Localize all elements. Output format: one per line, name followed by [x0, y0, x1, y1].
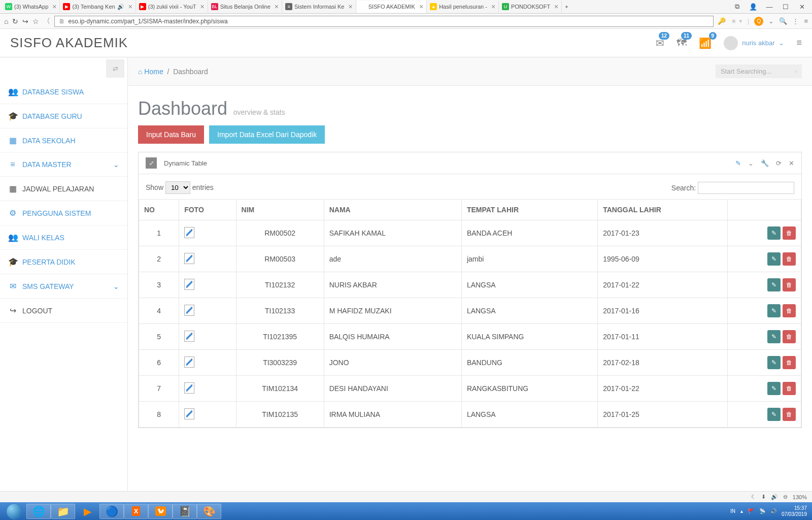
- reload-icon[interactable]: ↻: [12, 17, 18, 25]
- sidebar-item[interactable]: 🎓DATABASE GURU: [0, 104, 127, 128]
- entries-select[interactable]: 10: [165, 181, 190, 194]
- new-tab-icon[interactable]: +: [565, 4, 568, 10]
- minimize-icon[interactable]: —: [763, 3, 775, 11]
- tab-close-icon[interactable]: ×: [275, 3, 279, 11]
- url-input[interactable]: 🗎 eso.ip-dynamic.com/part_1/SISMA-master…: [54, 16, 714, 27]
- download-icon[interactable]: ⬇: [761, 494, 766, 500]
- user-menu[interactable]: nuris akbar ⌄: [724, 36, 784, 50]
- tab-close-icon[interactable]: ×: [491, 3, 495, 11]
- maximize-icon[interactable]: ☐: [780, 3, 792, 11]
- breadcrumb-home[interactable]: Home: [144, 68, 163, 76]
- column-header[interactable]: TANGGAL LAHIR: [598, 200, 728, 220]
- import-excel-button[interactable]: Import Data Excel Dari Dapodik: [209, 125, 325, 144]
- forward-icon[interactable]: ↪: [22, 17, 28, 25]
- cell-tanggal: 2017-01-11: [598, 324, 728, 350]
- sidebar-item[interactable]: ⚙PENGGUNA SISTEM: [0, 201, 127, 225]
- sidebar-item[interactable]: ✉SMS GATEWAY⌄: [0, 274, 127, 299]
- tab-close-icon[interactable]: ×: [52, 3, 56, 11]
- browser-tab[interactable]: BLSitus Belanja Online×: [208, 1, 282, 13]
- cell-foto: [179, 272, 236, 298]
- search-dropdown-icon[interactable]: ⌄: [768, 17, 774, 25]
- browser-tab[interactable]: UPONDOKSOFT×: [499, 1, 562, 13]
- delete-button[interactable]: 🗑: [783, 408, 796, 421]
- edit-button[interactable]: ✎: [767, 356, 781, 369]
- bookmark-star-icon[interactable]: ★ ▾: [731, 17, 742, 25]
- edit-button[interactable]: ✎: [767, 408, 781, 421]
- tab-close-icon[interactable]: ×: [554, 3, 558, 11]
- edit-button[interactable]: ✎: [767, 304, 781, 317]
- panel-edit-icon[interactable]: ✎: [735, 159, 741, 167]
- cell-tanggal: 2017-01-22: [598, 376, 728, 402]
- edit-button[interactable]: ✎: [767, 252, 781, 266]
- column-header[interactable]: NIM: [236, 200, 324, 220]
- volume-icon[interactable]: 🔊: [771, 494, 778, 500]
- map-icon[interactable]: 🗺11: [676, 37, 687, 49]
- search-engine-icon[interactable]: Q: [754, 17, 763, 26]
- edit-button[interactable]: ✎: [767, 226, 781, 240]
- cell-foto: [179, 402, 236, 428]
- key-icon[interactable]: 🔑: [718, 17, 726, 25]
- delete-button[interactable]: 🗑: [783, 226, 796, 240]
- column-header[interactable]: TEMPAT LAHIR: [461, 200, 597, 220]
- sidebar-item[interactable]: ↪LOGOUT: [0, 299, 127, 323]
- cell-tempat: KUALA SIMPANG: [461, 324, 597, 350]
- sidebar-item[interactable]: ≡DATA MASTER⌄: [0, 153, 127, 177]
- brand-logo: SISFO AKADEMIK: [10, 35, 128, 51]
- moon-icon[interactable]: ☾: [751, 494, 756, 500]
- panel-collapse-icon[interactable]: ⌄: [748, 159, 754, 167]
- table-search-input[interactable]: [698, 182, 794, 194]
- delete-button[interactable]: 🗑: [783, 356, 796, 369]
- home-icon[interactable]: ⌂: [4, 17, 8, 25]
- sidebar-item[interactable]: 👥DATABASE SISWA: [0, 80, 127, 104]
- cell-foto: [179, 376, 236, 402]
- panel-close-icon[interactable]: ✕: [789, 159, 794, 167]
- column-header[interactable]: NAMA: [324, 200, 461, 220]
- delete-button[interactable]: 🗑: [783, 382, 796, 395]
- panel-wrench-icon[interactable]: 🔧: [761, 159, 769, 167]
- edit-button[interactable]: ✎: [767, 382, 781, 395]
- delete-button[interactable]: 🗑: [783, 252, 796, 266]
- browser-tab[interactable]: W(3) WhatsApp×: [2, 1, 60, 13]
- star-icon[interactable]: ☆: [32, 17, 39, 25]
- cell-nama: JONO: [324, 350, 461, 376]
- browser-tab[interactable]: ≡Sistem Informasi Ke×: [282, 1, 356, 13]
- wifi-icon[interactable]: 📶9: [699, 37, 712, 49]
- sidebar-item-icon: ▦: [8, 184, 17, 193]
- sidebar-item[interactable]: 🎓PESERTA DIDIK: [0, 250, 127, 274]
- sidebar-toggle[interactable]: ⇄: [106, 59, 124, 78]
- sidebar-item[interactable]: 👥WALI KELAS: [0, 225, 127, 250]
- tab-close-icon[interactable]: ×: [348, 3, 352, 11]
- tab-close-icon[interactable]: ×: [128, 3, 132, 11]
- delete-button[interactable]: 🗑: [783, 304, 796, 317]
- input-data-button[interactable]: Input Data Baru: [138, 125, 204, 144]
- browser-tab[interactable]: SISFO AKADEMIK×: [356, 1, 427, 13]
- sidebar-item[interactable]: ▦JADWAL PELAJARAN: [0, 177, 127, 201]
- expand-icon[interactable]: ⤢: [146, 157, 157, 169]
- tab-close-icon[interactable]: ×: [200, 3, 205, 11]
- header-search-input[interactable]: Start Searching... ▫: [716, 64, 802, 78]
- back-icon[interactable]: 〈: [43, 17, 50, 26]
- panel-refresh-icon[interactable]: ⟳: [776, 159, 782, 167]
- browser-tab[interactable]: ▲Hasil penelusuran - ×: [427, 1, 499, 13]
- column-header[interactable]: NO: [139, 200, 179, 220]
- list-icon[interactable]: ≡: [796, 38, 802, 48]
- tab-close-icon[interactable]: ×: [419, 3, 423, 11]
- delete-button[interactable]: 🗑: [783, 278, 796, 291]
- zoom-out-icon[interactable]: ⊖: [783, 494, 788, 500]
- magnify-icon[interactable]: 🔍: [779, 17, 787, 25]
- delete-button[interactable]: 🗑: [783, 330, 796, 343]
- restore-tabs-icon[interactable]: ⧉: [731, 3, 743, 11]
- mail-icon[interactable]: ✉12: [656, 37, 664, 49]
- sidebar-item[interactable]: ▦DATA SEKOLAH: [0, 128, 127, 153]
- browser-tab[interactable]: ▶(3) zukii vixii - YouT×: [136, 1, 208, 13]
- window-close-icon[interactable]: ✕: [796, 3, 808, 11]
- column-header[interactable]: FOTO: [179, 200, 236, 220]
- edit-button[interactable]: ✎: [767, 330, 781, 343]
- edit-button[interactable]: ✎: [767, 278, 781, 291]
- browser-tab[interactable]: ▶(3) Tembang Ken🔊×: [60, 1, 136, 13]
- sidebar-item-label: SMS GATEWAY: [22, 282, 74, 290]
- broken-image-icon: [184, 305, 194, 316]
- incognito-icon[interactable]: 👤: [747, 3, 759, 11]
- kebab-menu-icon[interactable]: ⋮: [792, 17, 799, 25]
- hamburger-menu-icon[interactable]: ≡: [804, 17, 808, 25]
